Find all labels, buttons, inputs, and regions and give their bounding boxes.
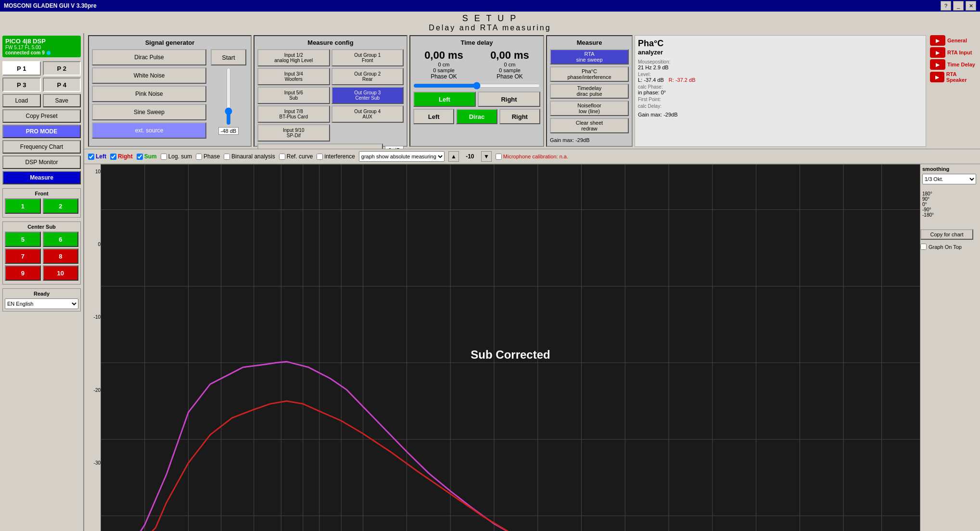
left-checkbox[interactable] <box>88 154 94 160</box>
close-btn[interactable]: ✕ <box>966 1 976 11</box>
preset-p3-btn[interactable]: P 3 <box>2 78 41 92</box>
clear-sheet-btn[interactable]: Clear sheetredraw <box>550 118 629 133</box>
calc-delay-label: calc Delay: <box>638 104 923 109</box>
out-group1-btn[interactable]: Out Group 1Front <box>331 49 404 66</box>
input-56-btn[interactable]: Input 5/6Sub <box>257 87 330 104</box>
interference-checkbox-item[interactable]: interference <box>317 153 355 160</box>
yt-time-delay-row[interactable]: ▶ Time Delay <box>930 59 976 70</box>
sidebar: PICO 4|8 DSP FW 5.17 FL 5.00 connected c… <box>0 33 84 531</box>
preset-p2-btn[interactable]: P 2 <box>43 61 81 76</box>
graph-on-top-checkbox[interactable] <box>920 244 927 250</box>
timedelay-btn[interactable]: Timedelaydirac pulse <box>550 84 629 99</box>
phase-label: Phase <box>204 153 220 160</box>
center-sub-group: Center Sub 5 6 7 8 9 10 <box>2 221 81 285</box>
ch6-btn[interactable]: 6 <box>43 232 79 247</box>
load-btn[interactable]: Load <box>2 94 41 107</box>
td-left-btn[interactable]: Left <box>413 91 476 107</box>
preset-p4-btn[interactable]: P 4 <box>43 78 81 92</box>
preset-p1-btn[interactable]: P 1 <box>2 61 41 76</box>
help-btn[interactable]: ? <box>941 1 951 11</box>
sig-gen-right: Start -48 dB <box>209 49 248 143</box>
copy-preset-btn[interactable]: Copy Preset <box>2 109 81 123</box>
phase-checkbox[interactable] <box>196 154 202 160</box>
right-checkbox-item[interactable]: Right <box>110 153 133 160</box>
binaural-checkbox[interactable] <box>224 154 230 160</box>
offset-down-btn[interactable]: ▼ <box>481 151 492 162</box>
copy-chart-btn[interactable]: Copy for chart <box>920 229 973 240</box>
log-sum-checkbox-item[interactable]: Log. sum <box>161 153 192 160</box>
yt-rta-input-row[interactable]: ▶ RTA Input <box>930 47 976 58</box>
input-12-btn[interactable]: Input 1/2analog High Level <box>257 49 330 66</box>
youtube-panel: ▶ General ▶ RTA Input ▶ Time Delay ▶ RTA… <box>928 35 976 147</box>
calc-phase-val: in phase: 0° <box>638 90 923 95</box>
measure-panel: Measure RTAsine sweep Pha°Cphase/interfe… <box>546 35 633 147</box>
mic-cal-checkbox[interactable] <box>496 154 502 160</box>
ref-curve-checkbox-item[interactable]: Ref. curve <box>279 153 313 160</box>
td-right-col: 0,00 ms 0 cm 0 sample Phase OK <box>479 49 540 80</box>
phase-checkbox-item[interactable]: Phase <box>196 153 220 160</box>
gain-max-analyzer-row: Gain max: -29dB <box>638 112 923 117</box>
td-dirac-btn[interactable]: Dirac <box>456 109 497 124</box>
device-fw: FW 5.17 FL 5.00 <box>5 45 78 50</box>
sine-sweep-btn[interactable]: Sine Sweep <box>92 104 206 120</box>
ch2-btn[interactable]: 2 <box>43 198 79 214</box>
yt-rta-speaker-row[interactable]: ▶ RTA Speaker <box>930 71 976 83</box>
ch9-btn[interactable]: 9 <box>5 265 41 281</box>
dsp-monitor-btn[interactable]: DSP Monitor <box>2 155 81 169</box>
sum-checkbox[interactable] <box>137 154 143 160</box>
save-btn[interactable]: Save <box>43 94 81 107</box>
right-checkbox[interactable] <box>110 154 116 160</box>
minimize-btn[interactable]: _ <box>953 1 964 11</box>
pink-noise-btn[interactable]: Pink Noise <box>92 86 206 102</box>
td-right-btn[interactable]: Right <box>478 91 540 107</box>
ch1-btn[interactable]: 1 <box>5 198 41 214</box>
offset-up-btn[interactable]: ▲ <box>448 151 459 162</box>
td-right-lr-btn[interactable]: Right <box>499 109 540 124</box>
smoothing-select[interactable]: 1/3 Okt. 1/6 Okt. 1/12 Okt. None <box>922 174 976 184</box>
yt-rta-input-icon: ▶ <box>930 47 945 58</box>
title-row: MOSCONI GLADEN GUI V 3.30pre ? _ ✕ <box>0 0 980 12</box>
ref-curve-checkbox[interactable] <box>279 154 285 160</box>
sum-checkbox-item[interactable]: Sum <box>137 153 157 160</box>
mic-cal-checkbox-item[interactable]: Microphone calibration: n.a. <box>496 154 568 160</box>
log-sum-checkbox[interactable] <box>161 154 167 160</box>
left-checkbox-item[interactable]: Left <box>88 153 106 160</box>
graph-on-top-label[interactable]: Graph On Top <box>920 244 978 250</box>
dirac-pulse-btn[interactable]: Dirac Pulse <box>92 49 206 65</box>
input-910-btn[interactable]: Input 9/10SP-Dif <box>257 124 330 142</box>
volume-slider[interactable] <box>225 67 232 125</box>
input-78-btn[interactable]: Input 7/8BT-Plus Card <box>257 105 330 123</box>
noisefloor-btn[interactable]: Noisefloorlow (line) <box>550 101 629 116</box>
right-label: Right <box>118 153 133 160</box>
binaural-checkbox-item[interactable]: Binaural analysis <box>224 153 275 160</box>
interference-checkbox[interactable] <box>317 154 323 160</box>
r-axis-180: 180° <box>922 191 940 196</box>
ready-box: Ready EN English <box>2 288 81 311</box>
td-slider[interactable] <box>413 82 540 90</box>
out-group2-btn[interactable]: Out Group 2Rear <box>331 68 404 85</box>
phase-interf-btn[interactable]: Pha°Cphase/interference <box>550 66 629 82</box>
panels-row: Signal generator Dirac Pulse White Noise… <box>84 33 980 149</box>
yt-general-row[interactable]: ▶ General <box>930 35 976 46</box>
ext-source-btn[interactable]: ext. source <box>92 122 206 139</box>
out-group4-btn[interactable]: Out Group 4AUX <box>331 105 404 123</box>
td-right-ms: 0,00 ms <box>479 49 540 62</box>
lang-select[interactable]: EN English <box>5 298 78 309</box>
ch7-btn[interactable]: 7 <box>5 248 41 264</box>
pro-mode-btn[interactable]: PRO MODE <box>2 125 81 138</box>
ch8-btn[interactable]: 8 <box>43 248 79 264</box>
input-34-btn[interactable]: Input 3/4Woofers <box>257 68 330 85</box>
rta-sine-btn[interactable]: RTAsine sweep <box>550 49 629 65</box>
yt-rta-speaker-icon: ▶ <box>930 72 944 82</box>
smoothing-title: smoothing <box>922 166 976 172</box>
freq-chart-btn[interactable]: Frequency Chart <box>2 140 81 154</box>
start-btn[interactable]: Start <box>211 49 246 65</box>
ch10-btn[interactable]: 10 <box>43 265 79 281</box>
td-left-lr-btn[interactable]: Left <box>413 109 454 124</box>
center-sub-row2: 7 8 <box>5 248 78 264</box>
out-group3-btn[interactable]: Out Group 3Center Sub <box>331 87 404 104</box>
ch5-btn[interactable]: 5 <box>5 232 41 247</box>
measure-btn[interactable]: Measure <box>2 171 81 184</box>
white-noise-btn[interactable]: White Noise <box>92 67 206 84</box>
graph-select[interactable]: graph show absolute measuring <box>359 151 445 162</box>
